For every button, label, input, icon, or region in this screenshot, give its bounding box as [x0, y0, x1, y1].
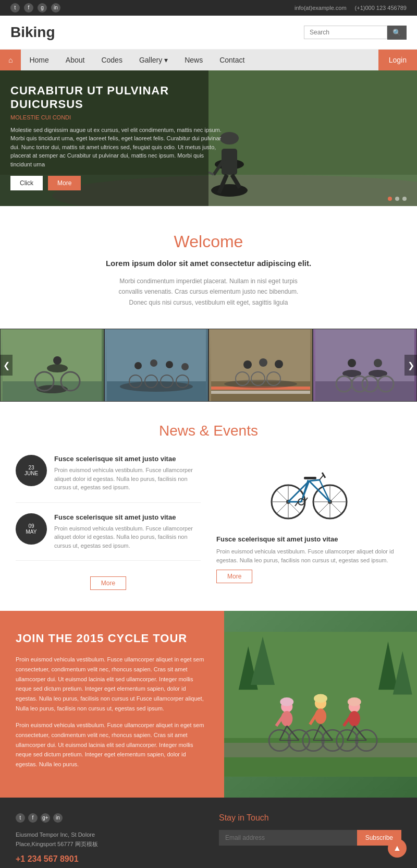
cycle-tour-text2: Proin euismod vehicula vestibulum. Fusce…	[16, 720, 208, 769]
date-month-2: MAY	[26, 529, 37, 535]
cyclist-pair-svg	[315, 329, 414, 401]
nav: ⌂ Home About Codes Gallery ▾ News Contac…	[0, 50, 417, 70]
email-info: info(at)example.com	[295, 5, 347, 11]
hero-title: CURABITUR UT PULVINAR DUICURSUS	[10, 84, 224, 111]
date-badge-1: 23 JUNE	[16, 455, 47, 486]
svg-point-38	[259, 358, 267, 367]
welcome-subtitle: Lorem ipsum dolor sit amet consectetur a…	[10, 259, 407, 268]
news-text-1: Proin euismod vehicula vestibulum. Fusce…	[54, 466, 201, 492]
footer-twitter-icon[interactable]: t	[16, 813, 25, 823]
top-bar: t f g in info(at)example.com (+1)000 123…	[0, 0, 417, 16]
more-button-right[interactable]: More	[216, 570, 252, 583]
dot-2[interactable]	[395, 197, 399, 201]
footer: t f g+ in Eiusmod Tempor Inc, St Dolore …	[0, 798, 417, 868]
svg-point-46	[374, 359, 382, 367]
hero-subtitle: MOLESTIE CUI CONDI	[10, 114, 224, 120]
nav-item-about[interactable]: About	[57, 50, 93, 70]
dot-1[interactable]	[388, 197, 392, 201]
svg-point-19	[47, 364, 68, 372]
nav-item-gallery[interactable]: Gallery ▾	[131, 50, 176, 70]
svg-point-87	[280, 697, 293, 706]
dot-3[interactable]	[402, 197, 407, 201]
svg-line-66	[309, 481, 330, 502]
email-input[interactable]	[219, 830, 357, 846]
facebook-icon[interactable]: f	[24, 3, 33, 13]
search-button[interactable]: 🔍	[387, 26, 407, 40]
linkedin-icon[interactable]: in	[51, 3, 60, 13]
stay-in-touch-title: Stay in Touch	[219, 813, 401, 823]
news-events-title: News & Events	[16, 423, 401, 439]
svg-rect-44	[315, 381, 414, 401]
more-button[interactable]: More	[48, 176, 81, 190]
date-month-1: JUNE	[24, 471, 38, 476]
news-right: Fusce scelerisque sit amet justo vitae P…	[216, 455, 401, 590]
photo-3	[209, 329, 312, 401]
cycle-tour-text1: Proin euismod vehicula vestibulum. Fusce…	[16, 655, 208, 713]
news-item-2: 09 MAY Fusce scelerisque sit amet justo …	[16, 513, 201, 561]
svg-rect-35	[211, 391, 310, 394]
hero-buttons: Click More	[10, 176, 224, 190]
photo-strip: ❮	[0, 329, 417, 402]
svg-point-91	[314, 694, 327, 703]
cycle-tour-section: JOIN THE 2015 CYCLE TOUR Proin euismod v…	[0, 611, 417, 798]
svg-point-39	[275, 360, 283, 368]
date-day-1: 23	[28, 465, 34, 471]
svg-line-74	[322, 473, 325, 478]
hero-section: CURABITUR UT PULVINAR DUICURSUS MOLESTIE…	[0, 70, 417, 206]
svg-point-25	[150, 359, 157, 367]
cycle-tour-left: JOIN THE 2015 CYCLE TOUR Proin euismod v…	[0, 611, 224, 798]
hero-content: CURABITUR UT PULVINAR DUICURSUS MOLESTIE…	[0, 84, 235, 191]
nav-item-news[interactable]: News	[176, 50, 211, 70]
strip-right-arrow[interactable]: ❯	[404, 355, 417, 376]
svg-point-24	[134, 362, 142, 369]
scroll-top-button[interactable]: ▲	[388, 839, 407, 858]
photo-2	[105, 329, 208, 401]
svg-rect-72	[304, 477, 316, 479]
nav-login-button[interactable]: Login	[378, 50, 417, 70]
social-icons: t f g in	[10, 3, 60, 13]
photo-4	[313, 329, 416, 401]
search-input[interactable]	[304, 26, 387, 39]
news-right-text: Proin euismod vehicula vestibulum. Fusce…	[216, 547, 401, 564]
hero-text: Molestie sed dignissim augue ut ex cursu…	[10, 126, 224, 169]
footer-google-icon[interactable]: g+	[41, 813, 50, 823]
welcome-title: Welcome	[10, 232, 407, 251]
logo: Biking	[10, 24, 55, 41]
news-layout: 23 JUNE Fusce scelerisque sit amet justo…	[16, 455, 401, 590]
svg-line-70	[320, 480, 330, 502]
svg-point-20	[53, 356, 62, 365]
email-form: Subscribe	[219, 830, 401, 846]
welcome-text: Morbi condimentum imperdiet placerat. Nu…	[115, 276, 302, 308]
svg-point-36	[224, 380, 297, 388]
footer-facebook-icon[interactable]: f	[28, 813, 38, 823]
news-item-1: 23 JUNE Fusce scelerisque sit amet justo…	[16, 455, 201, 503]
news-right-item: Fusce scelerisque sit amet justo vitae P…	[216, 535, 401, 583]
footer-left: t f g+ in Eiusmod Tempor Inc, St Dolore …	[16, 813, 198, 864]
header: Biking 🔍	[0, 16, 417, 50]
click-button[interactable]: Click	[10, 176, 43, 190]
nav-home-icon[interactable]: ⌂	[0, 50, 21, 70]
cyclist-crowd-svg	[107, 329, 206, 401]
footer-address: Eiusmod Tempor Inc, St Dolore Place,King…	[16, 830, 198, 849]
news-text-2: Proin euismod vehicula vestibulum. Fusce…	[54, 524, 201, 550]
twitter-icon[interactable]: t	[10, 3, 20, 13]
nav-item-home[interactable]: Home	[21, 50, 57, 70]
welcome-section: Welcome Lorem ipsum dolor sit amet conse…	[0, 206, 417, 329]
strip-left-arrow[interactable]: ❮	[0, 355, 13, 376]
svg-point-27	[181, 363, 189, 370]
news-content-2: Fusce scelerisque sit amet justo vitae P…	[54, 513, 201, 550]
cycle-tour-right	[224, 611, 417, 798]
nav-item-contact[interactable]: Contact	[211, 50, 253, 70]
contact-info: info(at)example.com (+1)000 123 456789	[295, 5, 407, 11]
nav-item-codes[interactable]: Codes	[93, 50, 130, 70]
svg-point-26	[166, 361, 173, 368]
phone-info: (+1)000 123 456789	[355, 5, 407, 11]
more-button-left[interactable]: More	[90, 576, 126, 590]
google-icon[interactable]: g	[38, 3, 47, 13]
svg-point-45	[348, 359, 356, 367]
photo-1	[1, 329, 104, 401]
cycle-tour-title: JOIN THE 2015 CYCLE TOUR	[16, 632, 208, 645]
footer-linkedin-icon[interactable]: in	[53, 813, 63, 823]
footer-phone: +1 234 567 8901	[16, 854, 198, 864]
more-btn-left-container: More	[16, 571, 201, 590]
